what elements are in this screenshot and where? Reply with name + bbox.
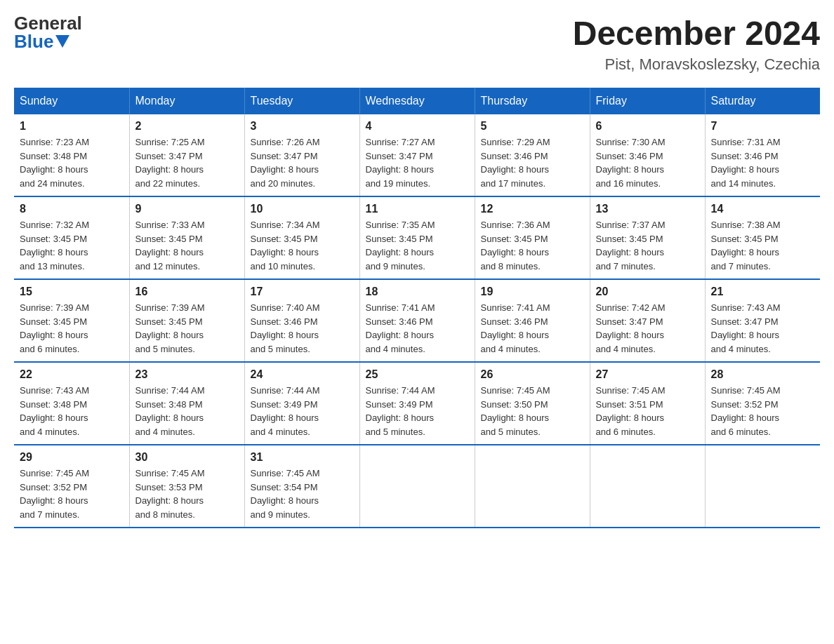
day-info: Sunrise: 7:25 AMSunset: 3:47 PMDaylight:… xyxy=(135,135,239,190)
day-info: Sunrise: 7:42 AMSunset: 3:47 PMDaylight:… xyxy=(596,301,699,356)
day-number: 14 xyxy=(711,203,815,215)
day-number: 4 xyxy=(366,120,469,133)
calendar-cell xyxy=(705,445,820,528)
calendar-week-row: 1Sunrise: 7:23 AMSunset: 3:48 PMDaylight… xyxy=(14,114,820,196)
header-monday: Monday xyxy=(129,88,244,114)
day-number: 2 xyxy=(135,120,239,133)
calendar-cell: 9Sunrise: 7:33 AMSunset: 3:45 PMDaylight… xyxy=(129,196,244,279)
day-number: 25 xyxy=(366,368,469,381)
logo-general-text: General xyxy=(14,14,82,32)
calendar-cell: 20Sunrise: 7:42 AMSunset: 3:47 PMDayligh… xyxy=(590,279,705,362)
calendar-table: SundayMondayTuesdayWednesdayThursdayFrid… xyxy=(14,88,820,528)
calendar-cell: 6Sunrise: 7:30 AMSunset: 3:46 PMDaylight… xyxy=(590,114,705,196)
day-number: 9 xyxy=(135,203,239,215)
day-info: Sunrise: 7:32 AMSunset: 3:45 PMDaylight:… xyxy=(20,218,124,273)
day-info: Sunrise: 7:44 AMSunset: 3:49 PMDaylight:… xyxy=(251,384,354,438)
day-info: Sunrise: 7:23 AMSunset: 3:48 PMDaylight:… xyxy=(20,135,124,190)
calendar-cell: 23Sunrise: 7:44 AMSunset: 3:48 PMDayligh… xyxy=(129,362,244,445)
calendar-cell: 30Sunrise: 7:45 AMSunset: 3:53 PMDayligh… xyxy=(129,445,244,528)
calendar-cell: 18Sunrise: 7:41 AMSunset: 3:46 PMDayligh… xyxy=(359,279,475,362)
calendar-cell: 13Sunrise: 7:37 AMSunset: 3:45 PMDayligh… xyxy=(590,196,705,279)
day-number: 20 xyxy=(596,286,699,298)
calendar-cell: 10Sunrise: 7:34 AMSunset: 3:45 PMDayligh… xyxy=(244,196,359,279)
day-info: Sunrise: 7:43 AMSunset: 3:47 PMDaylight:… xyxy=(711,301,815,356)
day-info: Sunrise: 7:45 AMSunset: 3:52 PMDaylight:… xyxy=(711,384,815,438)
calendar-cell: 14Sunrise: 7:38 AMSunset: 3:45 PMDayligh… xyxy=(705,196,820,279)
day-info: Sunrise: 7:39 AMSunset: 3:45 PMDaylight:… xyxy=(20,301,124,356)
header-friday: Friday xyxy=(590,88,705,114)
day-number: 12 xyxy=(481,203,584,215)
calendar-cell: 29Sunrise: 7:45 AMSunset: 3:52 PMDayligh… xyxy=(14,445,129,528)
calendar-cell: 3Sunrise: 7:26 AMSunset: 3:47 PMDaylight… xyxy=(244,114,359,196)
calendar-cell: 17Sunrise: 7:40 AMSunset: 3:46 PMDayligh… xyxy=(244,279,359,362)
calendar-cell: 24Sunrise: 7:44 AMSunset: 3:49 PMDayligh… xyxy=(244,362,359,445)
month-year-title: December 2024 xyxy=(573,14,820,53)
calendar-cell: 2Sunrise: 7:25 AMSunset: 3:47 PMDaylight… xyxy=(129,114,244,196)
day-info: Sunrise: 7:44 AMSunset: 3:49 PMDaylight:… xyxy=(366,384,469,438)
header-saturday: Saturday xyxy=(705,88,820,114)
day-number: 27 xyxy=(596,368,699,381)
day-info: Sunrise: 7:33 AMSunset: 3:45 PMDaylight:… xyxy=(135,218,239,273)
header-thursday: Thursday xyxy=(475,88,590,114)
day-info: Sunrise: 7:41 AMSunset: 3:46 PMDaylight:… xyxy=(366,301,469,356)
day-info: Sunrise: 7:45 AMSunset: 3:53 PMDaylight:… xyxy=(135,467,239,521)
calendar-cell: 16Sunrise: 7:39 AMSunset: 3:45 PMDayligh… xyxy=(129,279,244,362)
day-info: Sunrise: 7:27 AMSunset: 3:47 PMDaylight:… xyxy=(366,135,469,190)
day-info: Sunrise: 7:30 AMSunset: 3:46 PMDaylight:… xyxy=(596,135,699,190)
day-info: Sunrise: 7:45 AMSunset: 3:51 PMDaylight:… xyxy=(596,384,699,438)
day-number: 8 xyxy=(20,203,124,215)
calendar-cell xyxy=(359,445,475,528)
day-info: Sunrise: 7:40 AMSunset: 3:46 PMDaylight:… xyxy=(251,301,354,356)
day-info: Sunrise: 7:45 AMSunset: 3:52 PMDaylight:… xyxy=(20,467,124,521)
day-number: 3 xyxy=(251,120,354,133)
calendar-header-row: SundayMondayTuesdayWednesdayThursdayFrid… xyxy=(14,88,820,114)
calendar-cell: 12Sunrise: 7:36 AMSunset: 3:45 PMDayligh… xyxy=(475,196,590,279)
day-number: 7 xyxy=(711,120,815,133)
day-number: 31 xyxy=(251,451,354,464)
day-number: 5 xyxy=(481,120,584,133)
calendar-cell: 27Sunrise: 7:45 AMSunset: 3:51 PMDayligh… xyxy=(590,362,705,445)
day-number: 15 xyxy=(20,286,124,298)
calendar-cell: 4Sunrise: 7:27 AMSunset: 3:47 PMDaylight… xyxy=(359,114,475,196)
calendar-week-row: 15Sunrise: 7:39 AMSunset: 3:45 PMDayligh… xyxy=(14,279,820,362)
calendar-cell: 15Sunrise: 7:39 AMSunset: 3:45 PMDayligh… xyxy=(14,279,129,362)
title-block: December 2024 Pist, Moravskoslezsky, Cze… xyxy=(573,14,820,74)
day-info: Sunrise: 7:36 AMSunset: 3:45 PMDaylight:… xyxy=(481,218,584,273)
calendar-cell: 25Sunrise: 7:44 AMSunset: 3:49 PMDayligh… xyxy=(359,362,475,445)
calendar-cell: 22Sunrise: 7:43 AMSunset: 3:48 PMDayligh… xyxy=(14,362,129,445)
day-number: 26 xyxy=(481,368,584,381)
day-info: Sunrise: 7:26 AMSunset: 3:47 PMDaylight:… xyxy=(251,135,354,190)
svg-marker-0 xyxy=(55,35,70,48)
calendar-cell: 7Sunrise: 7:31 AMSunset: 3:46 PMDaylight… xyxy=(705,114,820,196)
calendar-cell: 28Sunrise: 7:45 AMSunset: 3:52 PMDayligh… xyxy=(705,362,820,445)
day-number: 10 xyxy=(251,203,354,215)
calendar-cell: 1Sunrise: 7:23 AMSunset: 3:48 PMDaylight… xyxy=(14,114,129,196)
logo: General Blue xyxy=(14,14,82,51)
page-header: General Blue December 2024 Pist, Moravsk… xyxy=(14,14,820,74)
day-number: 16 xyxy=(135,286,239,298)
day-number: 30 xyxy=(135,451,239,464)
calendar-cell: 19Sunrise: 7:41 AMSunset: 3:46 PMDayligh… xyxy=(475,279,590,362)
location-subtitle: Pist, Moravskoslezsky, Czechia xyxy=(573,55,820,74)
day-info: Sunrise: 7:44 AMSunset: 3:48 PMDaylight:… xyxy=(135,384,239,438)
header-tuesday: Tuesday xyxy=(244,88,359,114)
day-info: Sunrise: 7:37 AMSunset: 3:45 PMDaylight:… xyxy=(596,218,699,273)
calendar-cell: 11Sunrise: 7:35 AMSunset: 3:45 PMDayligh… xyxy=(359,196,475,279)
day-info: Sunrise: 7:29 AMSunset: 3:46 PMDaylight:… xyxy=(481,135,584,190)
day-number: 18 xyxy=(366,286,469,298)
day-number: 17 xyxy=(251,286,354,298)
day-number: 6 xyxy=(596,120,699,133)
day-number: 1 xyxy=(20,120,124,133)
day-info: Sunrise: 7:41 AMSunset: 3:46 PMDaylight:… xyxy=(481,301,584,356)
header-sunday: Sunday xyxy=(14,88,129,114)
calendar-cell: 5Sunrise: 7:29 AMSunset: 3:46 PMDaylight… xyxy=(475,114,590,196)
calendar-week-row: 29Sunrise: 7:45 AMSunset: 3:52 PMDayligh… xyxy=(14,445,820,528)
day-number: 28 xyxy=(711,368,815,381)
calendar-week-row: 22Sunrise: 7:43 AMSunset: 3:48 PMDayligh… xyxy=(14,362,820,445)
day-number: 13 xyxy=(596,203,699,215)
day-info: Sunrise: 7:31 AMSunset: 3:46 PMDaylight:… xyxy=(711,135,815,190)
day-number: 24 xyxy=(251,368,354,381)
day-number: 19 xyxy=(481,286,584,298)
day-info: Sunrise: 7:45 AMSunset: 3:50 PMDaylight:… xyxy=(481,384,584,438)
day-number: 23 xyxy=(135,368,239,381)
